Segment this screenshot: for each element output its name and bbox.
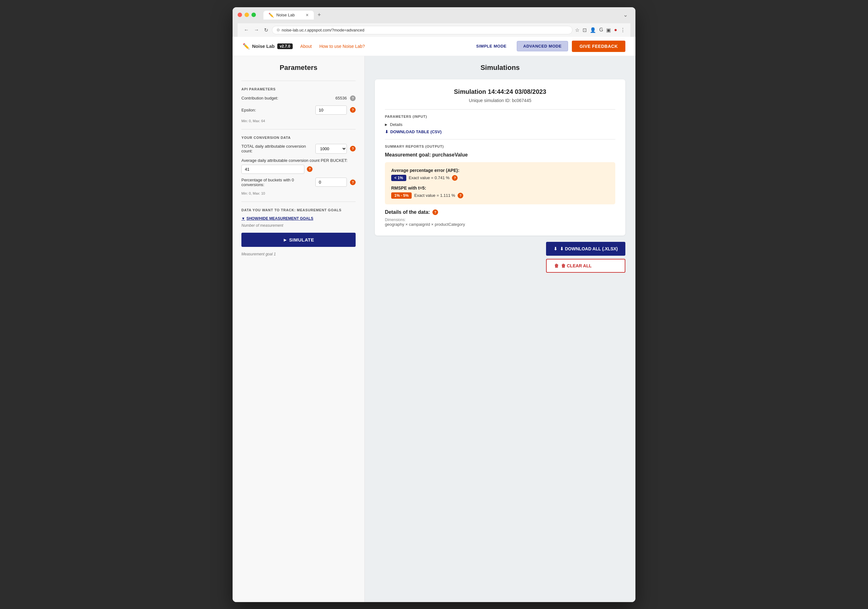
pct-zero-label: Percentage of buckets with 0 conversions… — [242, 178, 312, 187]
total-daily-select[interactable]: 1000 100 10000 — [315, 144, 347, 154]
ape-exact: Exact value = 0.741 % — [409, 176, 450, 180]
logo-area: ✏️ Noise Lab v2.7.0 — [243, 43, 293, 50]
about-link[interactable]: About — [300, 44, 312, 49]
how-to-link[interactable]: How to use Noise Lab? — [319, 44, 365, 49]
version-badge: v2.7.0 — [277, 44, 293, 49]
mode-nav: SIMPLE MODE ADVANCED MODE GIVE FEEDBACK — [470, 40, 625, 52]
avg-daily-help-icon[interactable]: ? — [307, 166, 313, 172]
extensions-icon[interactable]: ⊡ — [583, 27, 587, 33]
ape-row: Average percentage error (APE): < 1% Exa… — [391, 168, 609, 181]
download-table-label: DOWNLOAD TABLE (CSV) — [390, 129, 442, 134]
details-section: Details of the data: ? Dimensions: geogr… — [385, 210, 615, 227]
pct-zero-help-icon[interactable]: ? — [350, 180, 356, 185]
avg-daily-input[interactable] — [242, 165, 304, 174]
simulate-button[interactable]: ► SIMULATE — [242, 233, 356, 247]
trash-icon: 🗑 — [554, 263, 559, 268]
contribution-budget-label: Contribution budget: — [242, 96, 332, 101]
more-menu-icon[interactable]: ⋮ — [620, 27, 625, 33]
pct-zero-input[interactable] — [315, 178, 347, 187]
new-tab-button[interactable]: + — [315, 10, 324, 20]
pct-zero-hint: Min: 0, Max: 10 — [242, 191, 356, 195]
feedback-button[interactable]: GIVE FEEDBACK — [572, 40, 625, 52]
show-hide-link[interactable]: ▼ SHOW/HIDE MEASUREMENT GOALS — [242, 216, 356, 221]
panel-title: Parameters — [242, 64, 356, 72]
forward-button[interactable]: → — [253, 26, 260, 34]
browser-toolbar-icons: ☆ ⊡ 👤 G ▣ ● ⋮ — [575, 27, 625, 33]
pct-zero-row: Percentage of buckets with 0 conversions… — [242, 178, 356, 187]
epsilon-input[interactable] — [315, 106, 347, 115]
advanced-mode-button[interactable]: ADVANCED MODE — [517, 41, 568, 51]
refresh-button[interactable]: ↻ — [263, 26, 270, 34]
bookmark-icon[interactable]: ☆ — [575, 27, 580, 33]
triangle-icon: ▶ — [385, 123, 388, 126]
ape-value-row: < 1% Exact value = 0.741 % ? — [391, 175, 609, 181]
app-header: ✏️ Noise Lab v2.7.0 About How to use Noi… — [232, 37, 636, 56]
simple-mode-button[interactable]: SIMPLE MODE — [470, 41, 513, 51]
total-daily-label: TOTAL daily attributable conversion coun… — [242, 144, 312, 153]
parameters-section-label: PARAMETERS (INPUT) — [385, 115, 615, 118]
sim-divider-2 — [385, 139, 615, 140]
clear-all-button[interactable]: 🗑 🗑 CLEAR ALL — [546, 259, 625, 273]
epsilon-hint: Min: 0, Max: 64 — [242, 119, 356, 123]
divider-3 — [242, 202, 356, 202]
show-hide-label: SHOW/HIDE MEASUREMENT GOALS — [246, 216, 313, 221]
results-box: Average percentage error (APE): < 1% Exa… — [385, 162, 615, 204]
download-table-link[interactable]: ⬇ DOWNLOAD TABLE (CSV) — [385, 129, 615, 134]
ape-help-icon[interactable]: ? — [452, 175, 457, 181]
details-help-icon[interactable]: ? — [432, 210, 438, 215]
avg-daily-input-row: ? — [242, 165, 356, 174]
maximize-button[interactable] — [251, 12, 256, 17]
simulation-unique-id: Unique simulation ID: bc067445 — [385, 98, 615, 103]
left-panel: Parameters API PARAMETERS Contribution b… — [232, 56, 365, 602]
tab-close-icon[interactable]: ✕ — [305, 13, 309, 17]
profile-icon[interactable]: 👤 — [590, 27, 596, 33]
download-all-icon: ⬇ — [553, 246, 557, 251]
simulation-card-title: Simulation 14:44:24 03/08/2023 — [385, 88, 615, 95]
url-text: noise-lab.uc.r.appspot.com/?mode=advance… — [282, 28, 364, 33]
divider-1 — [242, 81, 356, 81]
profile-circle-icon[interactable]: ● — [614, 27, 617, 33]
back-button[interactable]: ← — [243, 26, 250, 34]
browser-toolbar: ← → ↻ ⊙ noise-lab.uc.r.appspot.com/?mode… — [238, 23, 630, 37]
active-tab[interactable]: ✏️ Noise Lab ✕ — [264, 11, 314, 20]
total-daily-help-icon[interactable]: ? — [350, 146, 356, 151]
action-buttons: ⬇ ⬇ DOWNLOAD ALL (.XLSX) 🗑 🗑 CLEAR ALL — [546, 242, 625, 273]
conversion-section-label: YOUR CONVERSION DATA — [242, 136, 356, 140]
rmspe-help-icon[interactable]: ? — [457, 193, 463, 198]
tab-favicon: ✏️ — [268, 12, 274, 18]
close-button[interactable] — [238, 12, 242, 17]
download-all-label: ⬇ DOWNLOAD ALL (.XLSX) — [560, 246, 618, 251]
grammarly-icon[interactable]: G — [599, 27, 603, 33]
split-view-icon[interactable]: ▣ — [606, 27, 611, 33]
browser-window: ✏️ Noise Lab ✕ + ⌄ ← → ↻ ⊙ noise-lab.uc.… — [232, 7, 636, 602]
api-section-label: API PARAMETERS — [242, 87, 356, 91]
summary-section: SUMMARY REPORTS (OUTPUT) Measurement goa… — [385, 144, 615, 227]
rmspe-value-row: 1% - 5% Exact value = 1.111 % ? — [391, 193, 609, 199]
app-body: Parameters API PARAMETERS Contribution b… — [232, 56, 636, 602]
right-panel: Simulations Simulation 14:44:24 03/08/20… — [365, 56, 636, 602]
simulation-card: Simulation 14:44:24 03/08/2023 Unique si… — [375, 79, 625, 236]
epsilon-help-icon[interactable]: ? — [350, 107, 356, 113]
browser-titlebar: ✏️ Noise Lab ✕ + ⌄ ← → ↻ ⊙ noise-lab.uc.… — [232, 7, 636, 37]
avg-daily-row: Average daily attributable conversion co… — [242, 158, 356, 174]
chevron-down-icon: ▼ — [242, 216, 245, 221]
contribution-budget-value: 65536 — [335, 96, 347, 101]
details-row: ▶ Details — [385, 122, 615, 127]
measurement-goal-1-label: Measurement goal 1 — [242, 252, 356, 256]
summary-section-label: SUMMARY REPORTS (OUTPUT) — [385, 144, 615, 148]
url-bar[interactable]: ⊙ noise-lab.uc.r.appspot.com/?mode=advan… — [272, 26, 572, 34]
download-table-icon: ⬇ — [385, 129, 388, 134]
contribution-budget-help-icon[interactable]: ? — [350, 95, 356, 101]
download-all-button[interactable]: ⬇ ⬇ DOWNLOAD ALL (.XLSX) — [546, 242, 625, 256]
browser-menu-chevron[interactable]: ⌄ — [623, 11, 630, 18]
rmspe-badge: 1% - 5% — [391, 193, 412, 199]
ape-badge: < 1% — [391, 175, 406, 181]
minimize-button[interactable] — [245, 12, 249, 17]
tab-title: Noise Lab — [276, 12, 295, 17]
details-data-label: Details of the data: — [385, 210, 430, 215]
details-data-title: Details of the data: ? — [385, 210, 615, 215]
logo-text: Noise Lab — [252, 44, 275, 49]
dimensions-value: geography × campaignId × productCategory — [385, 222, 615, 227]
sim-divider-1 — [385, 109, 615, 110]
dimensions-label: Dimensions: — [385, 218, 615, 222]
